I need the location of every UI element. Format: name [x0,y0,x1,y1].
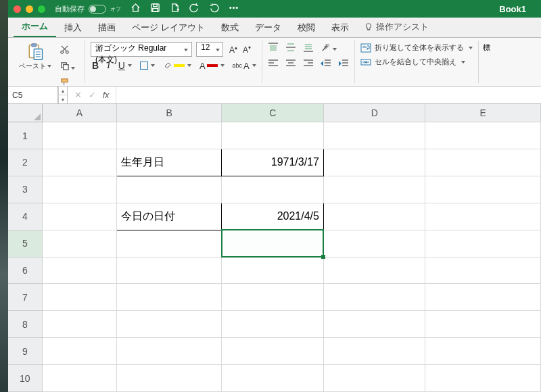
cell-C5[interactable] [222,230,323,257]
increase-indent-button[interactable] [338,59,349,71]
name-box[interactable]: C5 [8,87,58,103]
row-5-header[interactable]: 5 [8,230,42,257]
save-icon[interactable] [150,3,160,15]
cell-E3[interactable] [425,176,541,203]
col-D-header[interactable]: D [323,104,425,122]
cell-C4[interactable]: 2021/4/5 [222,203,323,230]
align-bottom-button[interactable] [303,43,314,55]
tab-view[interactable]: 表示 [323,18,357,37]
more-icon[interactable] [229,3,239,15]
cell-E4[interactable] [425,203,541,230]
insert-function-button[interactable]: fx [103,91,109,100]
cell-B1[interactable] [117,122,222,149]
name-box-stepper[interactable]: ▲▼ [58,87,68,103]
cell-C7[interactable] [222,284,323,311]
align-right-button[interactable] [303,59,314,71]
row-3-header[interactable]: 3 [8,176,42,203]
cell-A2[interactable] [42,149,116,176]
row-8-header[interactable]: 8 [8,311,42,338]
close-window-button[interactable] [14,5,21,13]
align-top-button[interactable] [268,43,279,55]
col-A-header[interactable]: A [42,104,116,122]
font-color-button[interactable]: A [199,61,225,71]
cell-E8[interactable] [425,311,541,338]
row-9-header[interactable]: 9 [8,338,42,365]
merge-center-button[interactable]: セルを結合して中央揃え [360,57,473,67]
col-B-header[interactable]: B [117,104,222,122]
cell-A8[interactable] [42,311,116,338]
decrease-font-button[interactable]: A▾ [241,43,253,56]
cell-B9[interactable] [117,338,222,365]
row-4-header[interactable]: 4 [8,203,42,230]
phonetic-guide-button[interactable]: abcA [233,61,256,71]
cell-C2[interactable]: 1971/3/17 [222,149,323,176]
cell-E9[interactable] [425,338,541,365]
tell-me-search[interactable]: 操作アシスト [357,17,436,37]
cell-A9[interactable] [42,338,116,365]
cell-B7[interactable] [117,284,222,311]
tab-home[interactable]: ホーム [14,16,56,37]
col-E-header[interactable]: E [425,104,541,122]
cell-D10[interactable] [323,365,425,392]
cell-D6[interactable] [323,257,425,284]
tab-page-layout[interactable]: ページ レイアウト [124,18,213,37]
cell-D9[interactable] [323,338,425,365]
cell-C8[interactable] [222,311,323,338]
tab-review[interactable]: 校閲 [289,18,323,37]
cell-A5[interactable] [42,230,116,257]
tab-data[interactable]: データ [247,18,289,37]
cell-E5[interactable] [425,230,541,257]
new-icon[interactable] [170,3,180,15]
font-name-select[interactable]: 游ゴシック Regular (本文) [91,42,192,57]
cell-D5[interactable] [323,230,425,257]
cell-A6[interactable] [42,257,116,284]
cell-B10[interactable] [117,365,222,392]
cell-B2[interactable]: 生年月日 [117,149,222,176]
align-middle-button[interactable] [285,43,296,55]
cell-E2[interactable] [425,149,541,176]
undo-icon[interactable] [189,3,199,15]
tab-formulas[interactable]: 数式 [213,18,247,37]
cell-E10[interactable] [425,365,541,392]
home-icon[interactable] [131,3,141,15]
align-left-button[interactable] [268,59,279,71]
cell-D4[interactable] [323,203,425,230]
cell-D2[interactable] [323,149,425,176]
cell-C3[interactable] [222,176,323,203]
cell-C6[interactable] [222,257,323,284]
worksheet-grid[interactable]: A B C D E 1 2生年月日1971/3/17 3 4今日の日付2021/… [8,104,541,392]
formula-bar[interactable] [116,87,541,103]
cell-A3[interactable] [42,176,116,203]
cell-D7[interactable] [323,284,425,311]
col-C-header[interactable]: C [222,104,323,122]
cancel-formula-button[interactable]: ✕ [74,90,82,100]
cell-A7[interactable] [42,284,116,311]
wrap-text-button[interactable]: ab 折り返して全体を表示する [360,43,473,53]
tab-draw[interactable]: 描画 [90,18,124,37]
cell-B5[interactable] [117,230,222,257]
cell-B3[interactable] [117,176,222,203]
row-6-header[interactable]: 6 [8,257,42,284]
cell-B6[interactable] [117,257,222,284]
cell-C9[interactable] [222,338,323,365]
decrease-indent-button[interactable] [321,59,331,71]
paste-button[interactable]: ペースト [16,42,54,71]
cell-D8[interactable] [323,311,425,338]
row-1-header[interactable]: 1 [8,122,42,149]
redo-icon[interactable] [209,3,219,15]
borders-button[interactable] [140,62,155,70]
minimize-window-button[interactable] [26,5,33,13]
cell-E1[interactable] [425,122,541,149]
number-format-label-edge[interactable]: 標 [483,43,490,53]
cell-D1[interactable] [323,122,425,149]
orientation-button[interactable]: ab [321,43,337,55]
row-7-header[interactable]: 7 [8,284,42,311]
cell-B4[interactable]: 今日の日付 [117,203,222,230]
cell-B8[interactable] [117,311,222,338]
cell-A4[interactable] [42,203,116,230]
increase-font-button[interactable]: A▴ [227,43,239,56]
fill-color-button[interactable] [163,61,191,70]
underline-button[interactable]: U [118,60,132,71]
cell-E6[interactable] [425,257,541,284]
copy-button[interactable] [60,61,75,74]
